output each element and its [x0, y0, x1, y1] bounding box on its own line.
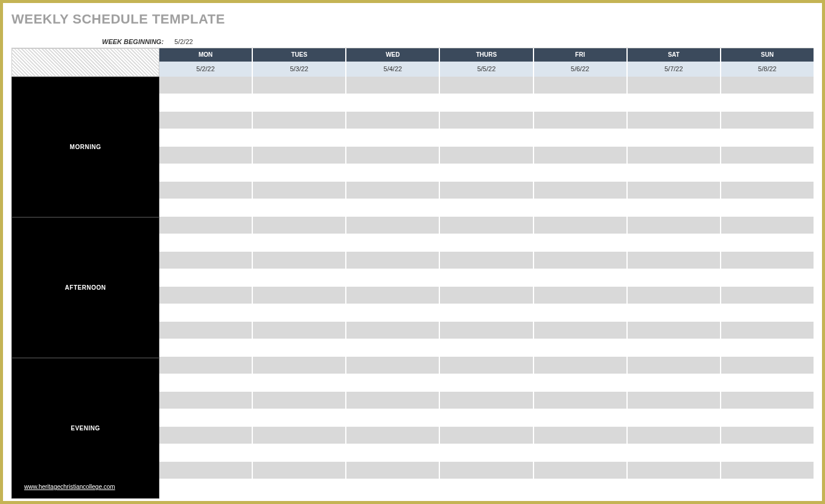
schedule-cell[interactable]	[721, 444, 814, 462]
schedule-cell[interactable]	[440, 129, 534, 147]
schedule-cell[interactable]	[628, 462, 721, 479]
schedule-cell[interactable]	[159, 322, 253, 339]
schedule-cell[interactable]	[628, 147, 721, 164]
schedule-cell[interactable]	[534, 427, 628, 444]
schedule-cell[interactable]	[346, 304, 440, 322]
schedule-cell[interactable]	[628, 269, 721, 287]
schedule-cell[interactable]	[159, 479, 253, 497]
schedule-cell[interactable]	[440, 392, 534, 409]
schedule-cell[interactable]	[253, 392, 346, 409]
schedule-cell[interactable]	[628, 287, 721, 304]
schedule-cell[interactable]	[628, 479, 721, 497]
schedule-cell[interactable]	[159, 339, 253, 357]
schedule-cell[interactable]	[346, 112, 440, 129]
schedule-cell[interactable]	[440, 147, 534, 164]
schedule-cell[interactable]	[628, 112, 721, 129]
schedule-cell[interactable]	[253, 479, 346, 497]
schedule-cell[interactable]	[253, 129, 346, 147]
schedule-cell[interactable]	[253, 269, 346, 287]
schedule-cell[interactable]	[721, 164, 814, 182]
schedule-cell[interactable]	[346, 444, 440, 462]
schedule-cell[interactable]	[346, 322, 440, 339]
schedule-cell[interactable]	[346, 339, 440, 357]
schedule-cell[interactable]	[534, 217, 628, 234]
schedule-cell[interactable]	[159, 269, 253, 287]
schedule-cell[interactable]	[721, 427, 814, 444]
schedule-cell[interactable]	[534, 252, 628, 269]
schedule-cell[interactable]	[253, 374, 346, 392]
schedule-cell[interactable]	[534, 304, 628, 322]
schedule-cell[interactable]	[159, 199, 253, 217]
schedule-cell[interactable]	[346, 287, 440, 304]
schedule-cell[interactable]	[534, 339, 628, 357]
schedule-cell[interactable]	[346, 374, 440, 392]
schedule-cell[interactable]	[721, 462, 814, 479]
schedule-cell[interactable]	[721, 199, 814, 217]
schedule-cell[interactable]	[159, 427, 253, 444]
schedule-cell[interactable]	[440, 199, 534, 217]
schedule-cell[interactable]	[159, 112, 253, 129]
schedule-cell[interactable]	[628, 444, 721, 462]
schedule-cell[interactable]	[721, 217, 814, 234]
schedule-cell[interactable]	[253, 287, 346, 304]
schedule-cell[interactable]	[440, 304, 534, 322]
schedule-cell[interactable]	[534, 357, 628, 374]
schedule-cell[interactable]	[721, 94, 814, 112]
schedule-cell[interactable]	[628, 182, 721, 199]
schedule-cell[interactable]	[721, 392, 814, 409]
schedule-cell[interactable]	[159, 94, 253, 112]
schedule-cell[interactable]	[628, 322, 721, 339]
schedule-cell[interactable]	[159, 392, 253, 409]
schedule-cell[interactable]	[534, 322, 628, 339]
schedule-cell[interactable]	[721, 77, 814, 94]
schedule-cell[interactable]	[253, 444, 346, 462]
schedule-cell[interactable]	[534, 444, 628, 462]
schedule-cell[interactable]	[346, 234, 440, 252]
schedule-cell[interactable]	[534, 462, 628, 479]
schedule-cell[interactable]	[159, 129, 253, 147]
schedule-cell[interactable]	[159, 217, 253, 234]
schedule-cell[interactable]	[346, 217, 440, 234]
schedule-cell[interactable]	[628, 217, 721, 234]
schedule-cell[interactable]	[628, 252, 721, 269]
schedule-cell[interactable]	[346, 147, 440, 164]
schedule-cell[interactable]	[721, 129, 814, 147]
schedule-cell[interactable]	[253, 339, 346, 357]
schedule-cell[interactable]	[721, 287, 814, 304]
schedule-cell[interactable]	[159, 182, 253, 199]
schedule-cell[interactable]	[159, 234, 253, 252]
schedule-cell[interactable]	[534, 94, 628, 112]
schedule-cell[interactable]	[440, 182, 534, 199]
schedule-cell[interactable]	[346, 94, 440, 112]
schedule-cell[interactable]	[159, 357, 253, 374]
schedule-cell[interactable]	[346, 269, 440, 287]
schedule-cell[interactable]	[440, 94, 534, 112]
schedule-cell[interactable]	[628, 304, 721, 322]
schedule-cell[interactable]	[721, 339, 814, 357]
schedule-cell[interactable]	[253, 462, 346, 479]
schedule-cell[interactable]	[628, 129, 721, 147]
schedule-cell[interactable]	[534, 199, 628, 217]
schedule-cell[interactable]	[346, 182, 440, 199]
schedule-cell[interactable]	[628, 77, 721, 94]
schedule-cell[interactable]	[159, 444, 253, 462]
schedule-cell[interactable]	[440, 287, 534, 304]
schedule-cell[interactable]	[721, 304, 814, 322]
schedule-cell[interactable]	[159, 409, 253, 427]
schedule-cell[interactable]	[721, 147, 814, 164]
schedule-cell[interactable]	[440, 234, 534, 252]
schedule-cell[interactable]	[440, 217, 534, 234]
schedule-cell[interactable]	[440, 427, 534, 444]
schedule-cell[interactable]	[534, 234, 628, 252]
schedule-cell[interactable]	[253, 234, 346, 252]
schedule-cell[interactable]	[159, 287, 253, 304]
schedule-cell[interactable]	[628, 392, 721, 409]
schedule-cell[interactable]	[534, 112, 628, 129]
schedule-cell[interactable]	[253, 199, 346, 217]
schedule-cell[interactable]	[346, 392, 440, 409]
schedule-cell[interactable]	[721, 374, 814, 392]
schedule-cell[interactable]	[253, 77, 346, 94]
schedule-cell[interactable]	[628, 427, 721, 444]
schedule-cell[interactable]	[721, 182, 814, 199]
schedule-cell[interactable]	[346, 252, 440, 269]
